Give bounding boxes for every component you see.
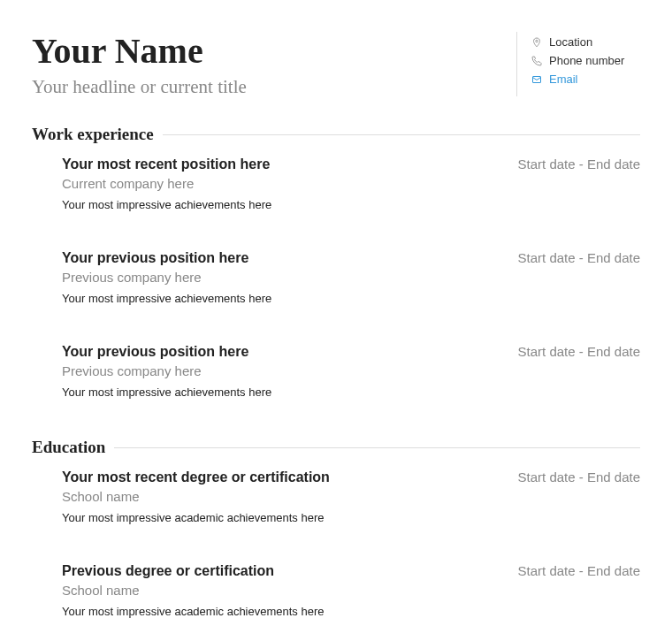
email-icon [531, 74, 542, 85]
entry-title: Your most recent position here [62, 156, 270, 172]
name-block: Your Name Your headline or current title [32, 32, 247, 98]
location-icon [531, 37, 542, 48]
section-rule [114, 447, 640, 448]
education-entry: Previous degree or certification Start d… [62, 563, 640, 618]
contact-location: Location [531, 35, 640, 49]
entry-school: School name [62, 583, 640, 598]
phone-text: Phone number [549, 54, 624, 67]
entry-title: Previous degree or certification [62, 563, 274, 579]
headline: Your headline or current title [32, 76, 247, 98]
contact-block: Location Phone number Email [516, 32, 640, 96]
entry-company: Previous company here [62, 363, 640, 378]
entry-company: Current company here [62, 176, 640, 191]
resume-header: Your Name Your headline or current title… [32, 32, 640, 98]
email-text[interactable]: Email [549, 72, 578, 86]
entry-dates: Start date - End date [518, 250, 640, 265]
entry-title: Your previous position here [62, 344, 248, 360]
section-rule [163, 134, 640, 135]
entry-description: Your most impressive achievements here [62, 198, 640, 211]
education-entry: Your most recent degree or certification… [62, 469, 640, 524]
entry-dates: Start date - End date [518, 469, 640, 485]
work-entry: Your most recent position here Start dat… [62, 156, 640, 211]
contact-phone: Phone number [531, 54, 640, 67]
entry-dates: Start date - End date [518, 344, 640, 359]
phone-icon [531, 56, 542, 66]
section-title-work: Work experience [32, 125, 163, 144]
section-header-work: Work experience [32, 125, 640, 144]
entry-description: Your most impressive achievements here [62, 385, 640, 399]
svg-point-0 [536, 40, 538, 42]
section-title-education: Education [32, 438, 114, 457]
person-name: Your Name [32, 32, 247, 71]
entry-description: Your most impressive academic achievemen… [62, 605, 640, 618]
section-header-education: Education [32, 438, 640, 457]
work-entry: Your previous position here Start date -… [62, 250, 640, 305]
location-text: Location [549, 35, 592, 49]
entry-dates: Start date - End date [518, 563, 640, 578]
entry-company: Previous company here [62, 270, 640, 285]
entry-description: Your most impressive achievements here [62, 292, 640, 305]
contact-email[interactable]: Email [531, 72, 640, 86]
entry-school: School name [62, 489, 640, 504]
entry-dates: Start date - End date [518, 156, 640, 172]
entry-title: Your previous position here [62, 250, 248, 266]
entry-description: Your most impressive academic achievemen… [62, 511, 640, 524]
entry-title: Your most recent degree or certification [62, 469, 330, 485]
work-entry: Your previous position here Start date -… [62, 344, 640, 399]
